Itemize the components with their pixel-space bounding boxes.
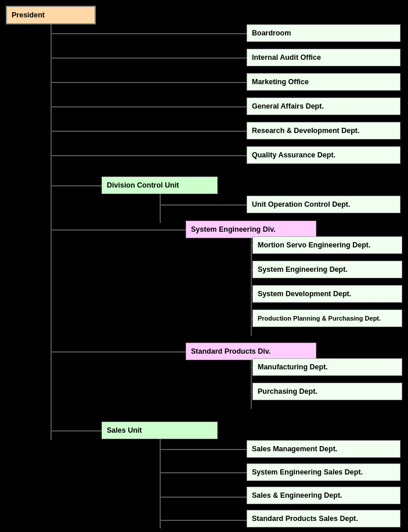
motion-servo-label: Mortion Servo Engineering Dept.: [258, 241, 370, 249]
h-line-sales-unit: [50, 430, 102, 432]
h-line-sales-management: [160, 449, 247, 450]
purchasing-label: Purchasing Dept.: [258, 387, 317, 396]
general-affairs-label: General Affairs Dept.: [252, 102, 324, 110]
standard-products-sales-node: Standard Products Sales Dept.: [247, 510, 400, 527]
h-line-marketing: [50, 82, 247, 83]
motion-servo-node: Mortion Servo Engineering Dept.: [252, 236, 402, 254]
purchasing-node: Purchasing Dept.: [252, 383, 402, 400]
h-line-std-products-sales: [160, 520, 247, 521]
standard-products-div-label: Standard Products Div.: [191, 347, 270, 355]
standard-products-div-node: Standard Products Div.: [186, 343, 316, 360]
h-line-unit-operation: [160, 204, 247, 206]
system-engineering-div-label: System Engineering Div.: [191, 225, 276, 233]
h-line-boardroom: [50, 33, 247, 34]
system-engineering-sales-node: System Engineering Sales Dept.: [247, 463, 400, 481]
system-engineering-div-node: System Engineering Div.: [186, 221, 316, 238]
sales-unit-vertical: [160, 439, 161, 529]
division-vertical-line: [160, 194, 161, 223]
internal-audit-label: Internal Audit Office: [252, 53, 321, 62]
marketing-node: Marketing Office: [247, 73, 400, 91]
quality-assurance-label: Quality Assurance Dept.: [252, 151, 335, 159]
system-engineering-dept-label: System Engineering Dept.: [258, 265, 348, 274]
general-affairs-node: General Affairs Dept.: [247, 98, 400, 115]
unit-operation-node: Unit Operation Control Dept.: [247, 196, 400, 213]
internal-audit-node: Internal Audit Office: [247, 49, 400, 66]
system-engineering-sales-label: System Engineering Sales Dept.: [252, 468, 363, 476]
main-vertical-line: [50, 24, 52, 440]
sales-unit-label: Sales Unit: [107, 426, 142, 434]
sales-engineering-node: Sales & Engineering Dept.: [247, 487, 400, 504]
marketing-label: Marketing Office: [252, 78, 309, 86]
system-development-node: System Development Dept.: [252, 285, 402, 303]
sales-engineering-label: Sales & Engineering Dept.: [252, 491, 342, 499]
production-planning-node: Production Planning & Purchasing Dept.: [252, 310, 402, 327]
h-line-internal-audit: [50, 57, 247, 59]
system-development-label: System Development Dept.: [258, 290, 351, 298]
president-node: President: [6, 6, 96, 24]
sys-eng-div-vertical: [251, 238, 252, 336]
standard-products-sales-label: Standard Products Sales Dept.: [252, 515, 358, 523]
production-planning-label: Production Planning & Purchasing Dept.: [258, 315, 381, 322]
h-line-general-affairs: [50, 106, 247, 107]
sales-management-node: Sales Management Dept.: [247, 440, 400, 458]
h-line-system-eng-sales: [160, 472, 247, 473]
division-control-node: Division Control Unit: [102, 177, 218, 194]
quality-assurance-node: Quality Assurance Dept.: [247, 146, 400, 164]
system-engineering-dept-node: System Engineering Dept.: [252, 261, 402, 278]
sales-unit-node: Sales Unit: [102, 422, 218, 439]
h-line-standard-products-div: [50, 351, 186, 353]
unit-operation-label: Unit Operation Control Dept.: [252, 200, 350, 209]
sales-management-label: Sales Management Dept.: [252, 445, 337, 453]
boardroom-node: Boardroom: [247, 24, 400, 42]
president-label: President: [12, 11, 45, 19]
h-line-research-dev: [50, 131, 247, 132]
h-line-quality: [50, 155, 247, 156]
manufacturing-label: Manufacturing Dept.: [258, 363, 328, 371]
h-line-system-eng-div: [50, 229, 186, 231]
research-dev-label: Research & Development Dept.: [252, 127, 359, 135]
division-control-label: Division Control Unit: [107, 181, 179, 189]
h-line-division-control: [50, 185, 102, 186]
boardroom-label: Boardroom: [252, 29, 291, 37]
manufacturing-node: Manufacturing Dept.: [252, 358, 402, 376]
research-dev-node: Research & Development Dept.: [247, 122, 400, 139]
h-line-sales-engineering: [160, 497, 247, 498]
